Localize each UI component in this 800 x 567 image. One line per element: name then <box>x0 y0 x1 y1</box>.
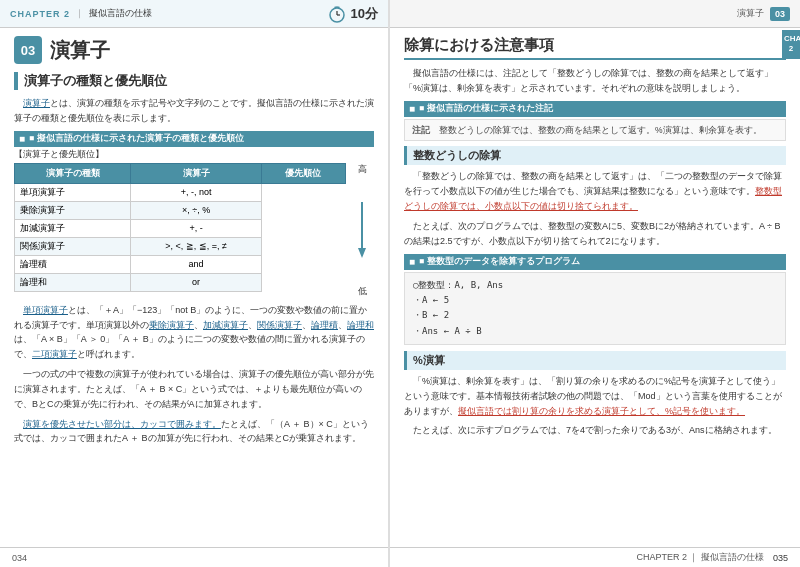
cell-op-2: +, - <box>131 219 261 237</box>
col-header-op: 演算子 <box>131 163 261 183</box>
info-label-right: ■ ■ 擬似言語の仕様に示された注記 <box>404 101 786 117</box>
term-niko: 二項演算子 <box>32 349 77 359</box>
right-body: 除算における注意事項 擬似言語の仕様には、注記として「整数どうしの除算では、整数… <box>390 28 800 547</box>
cell-op-0: +, -, not <box>131 183 261 201</box>
operator-table-wrapper: 演算子の種類 演算子 優先順位 単項演算子 +, -, not 乗除演算子 <box>14 163 374 298</box>
cell-type-1: 乗除演算子 <box>15 201 131 219</box>
left-page: CHAPTER 2 ｜ 擬似言語の仕様 10分 03 演算 <box>0 0 390 567</box>
sub2-para1: 「%演算は、剰余算を表す」は、「割り算の余りを求めるのに%記号を演算子として使う… <box>404 374 786 419</box>
code-line-0: ○整数型：A, B, Ans <box>413 278 777 293</box>
right-chap-number: 03 <box>770 7 790 21</box>
cell-type-3: 関係演算子 <box>15 237 131 255</box>
term-ronriseki: 論理積 <box>311 320 338 330</box>
timer-area: 10分 <box>327 4 378 24</box>
note-text: 整数どうしの除算では、整数の商を結果として返す。%演算は、剰余算を表す。 <box>439 125 762 135</box>
left-footer: 034 <box>0 547 388 567</box>
svg-line-3 <box>337 7 340 8</box>
timer-icon <box>327 4 347 24</box>
table-info-label: ■ ■ 擬似言語の仕様に示された演算子の種類と優先順位 <box>14 131 374 147</box>
term-josho: 乗除演算子 <box>149 320 194 330</box>
timer-text: 10分 <box>351 5 378 23</box>
right-footer: CHAPTER 2 ｜ 擬似言語の仕様 035 <box>390 547 800 567</box>
subsection-heading: 演算子の種類と優先順位 <box>14 72 374 90</box>
right-footer-text: CHAPTER 2 ｜ 擬似言語の仕様 <box>636 551 773 564</box>
left-body: 03 演算子 演算子の種類と優先順位 演算子とは、演算の種類を示す記号や文字列の… <box>0 28 388 547</box>
sub2-heading: %演算 <box>404 351 786 370</box>
cell-type-2: 加減演算子 <box>15 219 131 237</box>
priority-low: 低 <box>358 285 367 298</box>
svg-line-2 <box>334 7 337 8</box>
table-row: 単項演算子 +, -, not <box>15 183 346 201</box>
term-yūsen: 演算を優先させたい部分は、カッコで囲みます。 <box>23 419 221 429</box>
priority-arrow: 高 低 <box>350 163 374 298</box>
para2: 一つの式の中で複数の演算子が使われている場合は、演算子の優先順位が高い部分が先に… <box>14 367 374 412</box>
right-page-number: 035 <box>773 553 788 563</box>
cell-op-4: and <box>131 255 261 273</box>
intro-paragraph: 演算子とは、演算の種類を示す記号や文字列のことです。擬似言語の仕様に示された演算… <box>14 96 374 126</box>
cell-type-5: 論理和 <box>15 273 131 291</box>
para1: 単項演算子とは、「＋A」「−123」「not B」のように、一つの変数や数値の前… <box>14 303 374 362</box>
term-tanko: 単項演算子 <box>23 305 68 315</box>
sub1-para1: 「整数どうしの除算では、整数の商を結果として返す」は、「二つの整数型のデータで除… <box>404 169 786 214</box>
right-page: 演算子 03 CHAP2 除算における注意事項 擬似言語の仕様には、注記として「… <box>390 0 800 567</box>
code-line-1: ・A ← 5 <box>413 293 777 308</box>
section-main-title: 演算子 <box>50 37 110 64</box>
check-icon: ■ <box>19 133 25 144</box>
section-badge: 03 演算子 <box>14 36 374 64</box>
arrow-down-icon <box>355 200 369 260</box>
left-separator: ｜ <box>75 7 84 20</box>
left-page-number: 034 <box>12 553 27 563</box>
right-header: 演算子 03 <box>390 0 800 28</box>
priority-high: 高 <box>358 163 367 176</box>
table-sublabel: 【演算子と優先順位】 <box>14 149 374 161</box>
sub2-para2: たとえば、次に示すプログラムでは、7を4で割った余りである3が、Ansに格納され… <box>404 423 786 438</box>
code-line-2: ・B ← 2 <box>413 308 777 323</box>
left-title: 擬似言語の仕様 <box>89 7 152 20</box>
term-seisuu-joszan: 整数型どうしの除算では、小数点以下の値は切り捨てられます。 <box>404 186 782 211</box>
note-box: 注記 整数どうしの除算では、整数の商を結果として返す。%演算は、剰余算を表す。 <box>404 119 786 142</box>
cell-type-4: 論理積 <box>15 255 131 273</box>
section-number: 03 <box>14 36 42 64</box>
code1-label: ■ ■ 整数型のデータを除算するプログラム <box>404 254 786 270</box>
cell-op-1: ×, ÷, % <box>131 201 261 219</box>
term-ronriwa: 論理和 <box>347 320 374 330</box>
term-percent: 擬似言語では割り算の余りを求める演算子として、%記号を使います。 <box>458 406 745 416</box>
term-kankei: 関係演算子 <box>257 320 302 330</box>
code-line-3: ・Ans ← A ÷ B <box>413 324 777 339</box>
sub1-heading: 整数どうしの除算 <box>404 146 786 165</box>
right-section-label: 演算子 <box>737 7 764 20</box>
subsection-title: 演算子の種類と優先順位 <box>24 72 167 90</box>
right-intro: 擬似言語の仕様には、注記として「整数どうしの除算では、整数の商を結果として返す」… <box>404 66 786 96</box>
svg-marker-7 <box>358 248 366 258</box>
sub1-para2: たとえば、次のプログラムでは、整数型の変数Aに5、変数Bに2が格納されています。… <box>404 219 786 249</box>
cell-type-0: 単項演算子 <box>15 183 131 201</box>
col-header-type: 演算子の種類 <box>15 163 131 183</box>
check-icon-code1: ■ <box>409 256 415 267</box>
check-icon-right: ■ <box>409 103 415 114</box>
para3: 演算を優先させたい部分は、カッコで囲みます。たとえば、「（A ＋ B）× C」と… <box>14 417 374 447</box>
chap-tab: CHAP2 <box>782 30 800 59</box>
right-main-heading: 除算における注意事項 <box>404 36 786 60</box>
left-header: CHAPTER 2 ｜ 擬似言語の仕様 10分 <box>0 0 388 28</box>
code-block-1: ○整数型：A, B, Ans ・A ← 5 ・B ← 2 ・Ans ← A ÷ … <box>404 272 786 345</box>
left-chapter-label: CHAPTER 2 <box>10 9 70 19</box>
operator-table: 演算子の種類 演算子 優先順位 単項演算子 +, -, not 乗除演算子 <box>14 163 346 292</box>
term-operator: 演算子 <box>23 98 50 108</box>
note-label: 注記 <box>412 125 430 135</box>
cell-op-3: >, <, ≧, ≦, =, ≠ <box>131 237 261 255</box>
cell-op-5: or <box>131 273 261 291</box>
cell-priority-0 <box>261 183 345 291</box>
term-kagen: 加減演算子 <box>203 320 248 330</box>
col-header-priority: 優先順位 <box>261 163 345 183</box>
